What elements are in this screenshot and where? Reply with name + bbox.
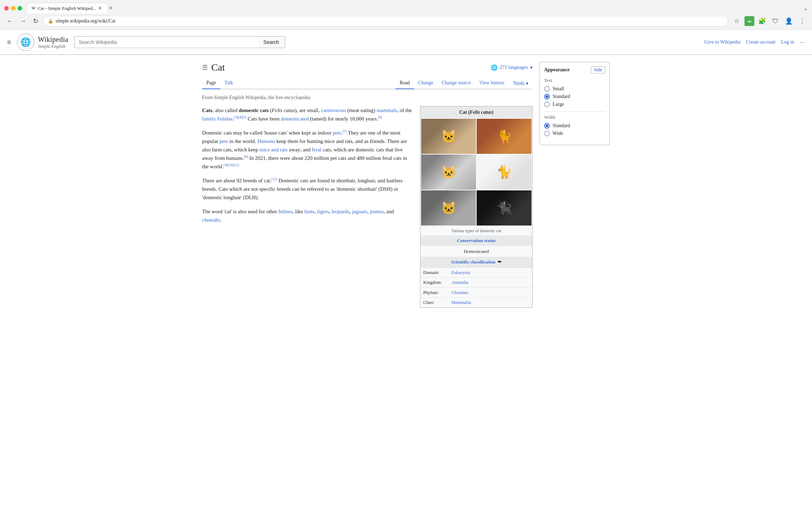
text-large-label: Large — [553, 102, 564, 107]
browser-tab[interactable]: W Cat - Simple English Wikiped... ✕ — [26, 3, 108, 13]
conservation-status-header: Conservation status — [420, 235, 532, 246]
text-standard-radio[interactable] — [544, 94, 550, 99]
tab-page[interactable]: Page — [202, 77, 220, 89]
ref-3-4-5[interactable]: [3][4][5] — [234, 115, 246, 119]
domain-value[interactable]: Eukaryota — [451, 269, 470, 276]
jaguars-link[interactable]: jaguars — [352, 209, 367, 214]
tab-view-history[interactable]: View history — [475, 77, 509, 89]
menu-button[interactable]: ⋮ — [797, 15, 808, 27]
cheetahs-link[interactable]: cheetahs — [202, 217, 220, 223]
security-icon: 🔒 — [48, 18, 53, 24]
source-note: From Simple English Wikipedia, the free … — [202, 95, 533, 100]
shield-icon[interactable]: 🛡 — [770, 15, 781, 27]
phylum-value[interactable]: Chordata — [451, 289, 468, 296]
felidae-link[interactable]: family Felidae — [202, 116, 233, 122]
appearance-panel: Appearance hide Text Small Standard — [540, 62, 610, 145]
tools-button[interactable]: Tools ▾ — [509, 78, 533, 89]
class-label: Class: — [423, 299, 451, 306]
carnivorous-link[interactable]: carnivorous — [321, 107, 346, 113]
hide-button[interactable]: hide — [591, 66, 605, 73]
infobox-caption: Various types of domestic cat — [420, 226, 532, 235]
width-section: Width Standard Wide — [544, 115, 605, 136]
new-tab-button[interactable]: + — [109, 5, 113, 12]
refresh-button[interactable]: ↻ — [31, 16, 40, 26]
edit-icon[interactable]: ✏ — [498, 259, 502, 266]
browser-chrome: W Cat - Simple English Wikiped... ✕ + ⌄ … — [0, 0, 812, 30]
wiki-sidebar: Appearance hide Text Small Standard — [540, 62, 610, 313]
address-bar[interactable]: 🔒 simple.wikipedia.org/wiki/Cat — [43, 16, 728, 26]
infobox-row-class: Class: Mammalia — [420, 297, 532, 307]
tigers-link[interactable]: tigers — [317, 209, 329, 214]
feral-link[interactable]: feral — [312, 147, 321, 152]
ref-7[interactable]: [7] — [342, 129, 347, 133]
wiki-logo[interactable]: 🌐 Wikipedia Simple English — [17, 33, 69, 51]
width-label: Width — [544, 115, 605, 120]
domain-label: Domain: — [423, 269, 451, 276]
tab-talk[interactable]: Talk — [220, 77, 237, 89]
width-wide-option[interactable]: Wide — [544, 131, 605, 136]
wiki-logo-text: Wikipedia Simple English — [38, 35, 69, 49]
ref-12[interactable]: [12] — [271, 177, 277, 181]
language-selector[interactable]: 🌐 271 languages ▾ — [491, 64, 533, 71]
browser-actions: ☆ on 🧩 🛡 👤 ⋮ — [731, 15, 808, 27]
search-input[interactable] — [74, 36, 258, 48]
tab-read[interactable]: Read — [395, 77, 414, 89]
tab-change-source[interactable]: Change source — [438, 77, 475, 89]
profile-button[interactable]: 👤 — [783, 15, 794, 27]
minimize-window-button[interactable] — [11, 6, 15, 11]
back-button[interactable]: ← — [4, 16, 15, 26]
lions-link[interactable]: lions — [304, 209, 315, 214]
domesticated-link[interactable]: domesticated — [281, 116, 309, 122]
pumas-link[interactable]: pumas — [370, 209, 384, 214]
toc-icon[interactable]: ☰ — [202, 64, 208, 71]
search-button[interactable]: Search — [258, 36, 285, 48]
text-small-radio[interactable] — [544, 86, 550, 92]
leopards-link[interactable]: leopards — [331, 209, 349, 214]
humans-link[interactable]: Humans — [258, 138, 275, 144]
text-large-option[interactable]: Large — [544, 102, 605, 107]
tools-label: Tools — [513, 80, 524, 86]
wiki-logo-title: Wikipedia — [38, 35, 69, 44]
cat-emoji-2: 🐈 — [496, 127, 512, 146]
width-wide-radio[interactable] — [544, 131, 550, 136]
text-standard-option[interactable]: Standard — [544, 94, 605, 99]
text-standard-label: Standard — [553, 94, 570, 99]
class-value[interactable]: Mammalia — [451, 299, 471, 306]
conservation-value: Domesticated — [420, 246, 532, 257]
tabs-expand-button[interactable]: ⌄ — [803, 5, 808, 12]
cat-image-6: 🐈‍⬛ — [477, 190, 531, 226]
width-standard-radio[interactable] — [544, 123, 550, 129]
cat-emoji-1: 🐱 — [441, 127, 457, 146]
ref-8[interactable]: [8] — [244, 155, 248, 158]
text-large-radio[interactable] — [544, 102, 550, 107]
appearance-divider — [544, 111, 605, 112]
maximize-window-button[interactable] — [18, 6, 22, 11]
pets-link-1[interactable]: pets — [333, 130, 341, 136]
tab-close-button[interactable]: ✕ — [98, 5, 102, 11]
ref-9-10-11[interactable]: [9][10][11] — [224, 163, 239, 167]
text-small-option[interactable]: Small — [544, 86, 605, 92]
mice-rats-link[interactable]: mice and rats — [259, 147, 288, 152]
create-account-link[interactable]: Create account — [746, 39, 775, 45]
kingdom-value[interactable]: Animalia — [451, 279, 468, 286]
close-window-button[interactable] — [4, 6, 9, 11]
felines-link[interactable]: felines — [278, 209, 292, 214]
log-in-link[interactable]: Log in — [781, 39, 794, 45]
sci-class-header-inner: Scientific classification ✏ — [422, 259, 530, 266]
pets-link-2[interactable]: pets — [220, 138, 228, 144]
mammals-link[interactable]: mammals — [376, 107, 397, 113]
width-standard-label: Standard — [553, 123, 570, 129]
header-more-button[interactable]: ··· — [800, 39, 805, 46]
extensions-button[interactable]: 🧩 — [756, 15, 768, 27]
appearance-title: Appearance — [544, 67, 569, 73]
cat-emoji-5: 🐱 — [441, 198, 457, 217]
extension-icon[interactable]: on — [745, 16, 754, 26]
give-to-wikipedia-link[interactable]: Give to Wikipedia — [704, 39, 741, 45]
ref-6[interactable]: [6] — [378, 115, 382, 119]
bookmark-button[interactable]: ☆ — [731, 15, 742, 27]
forward-button[interactable]: → — [18, 16, 28, 26]
width-standard-option[interactable]: Standard — [544, 123, 605, 129]
tab-change[interactable]: Change — [414, 77, 438, 89]
text-size-label: Text — [544, 78, 605, 83]
wiki-menu-button[interactable]: ≡ — [7, 38, 11, 46]
